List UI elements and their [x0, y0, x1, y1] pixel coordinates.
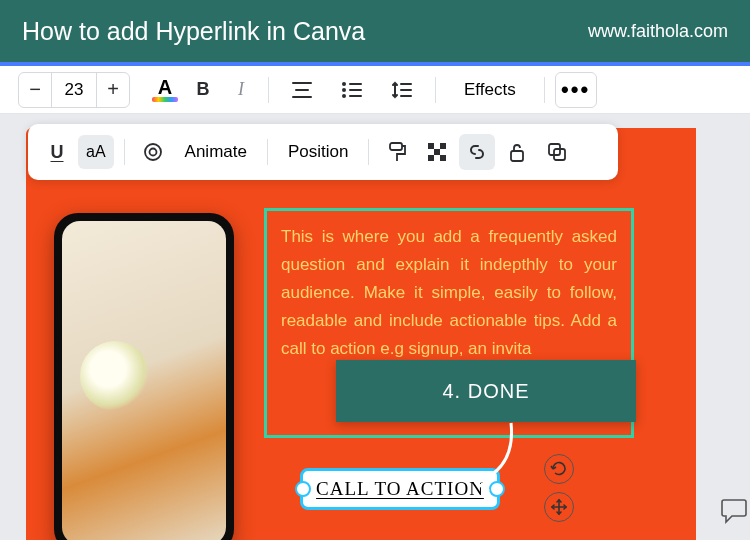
- svg-point-13: [149, 149, 156, 156]
- svg-rect-19: [440, 155, 446, 161]
- paint-roller-icon: [387, 141, 407, 163]
- comment-button[interactable]: [720, 496, 748, 524]
- alignment-button[interactable]: [279, 73, 325, 107]
- more-options-button[interactable]: •••: [555, 72, 597, 108]
- font-size-increase[interactable]: +: [97, 78, 129, 101]
- separator: [544, 77, 545, 103]
- separator: [368, 139, 369, 165]
- duplicate-icon: [547, 142, 567, 162]
- svg-rect-14: [390, 143, 402, 150]
- svg-rect-17: [434, 149, 440, 155]
- animate-icon-button[interactable]: [135, 134, 171, 170]
- callout-text: 4. DONE: [442, 380, 529, 403]
- move-icon: [550, 498, 568, 516]
- svg-point-4: [342, 88, 346, 92]
- callout-arrow-icon: [456, 418, 526, 498]
- font-color-button[interactable]: A: [148, 77, 182, 102]
- tutorial-step-callout: 4. DONE: [336, 360, 636, 422]
- color-spectrum-icon: [152, 97, 178, 102]
- editor-toolbar-secondary: U aA Animate Position: [28, 124, 618, 180]
- font-size-decrease[interactable]: −: [19, 78, 51, 101]
- phone-image: [62, 221, 226, 540]
- effects-button[interactable]: Effects: [446, 72, 534, 108]
- rotate-handle[interactable]: [544, 454, 574, 484]
- chat-bubble-icon: [722, 500, 746, 522]
- font-size-stepper[interactable]: − 23 +: [18, 72, 130, 108]
- svg-point-12: [145, 144, 161, 160]
- list-button[interactable]: [329, 73, 375, 107]
- canvas-area[interactable]: This is where you add a frequently asked…: [0, 118, 750, 540]
- lock-button[interactable]: [499, 134, 535, 170]
- svg-rect-15: [428, 143, 434, 149]
- format-painter-button[interactable]: [379, 134, 415, 170]
- font-color-icon: A: [158, 77, 172, 97]
- unlock-icon: [507, 141, 527, 163]
- separator: [435, 77, 436, 103]
- spacing-button[interactable]: [379, 73, 425, 107]
- transparency-button[interactable]: [419, 134, 455, 170]
- tutorial-header: How to add Hyperlink in Canva www.faitho…: [0, 0, 750, 62]
- bold-button[interactable]: B: [186, 73, 220, 107]
- line-spacing-icon: [391, 80, 413, 100]
- svg-point-3: [342, 82, 346, 86]
- font-size-value[interactable]: 23: [51, 73, 97, 107]
- ellipsis-icon: •••: [561, 77, 590, 103]
- link-button[interactable]: [459, 134, 495, 170]
- underline-button[interactable]: U: [40, 135, 74, 169]
- text-case-button[interactable]: aA: [78, 135, 114, 169]
- svg-rect-18: [428, 155, 434, 161]
- transparency-icon: [427, 142, 447, 162]
- align-center-icon: [291, 81, 313, 99]
- position-button[interactable]: Position: [278, 135, 358, 169]
- tutorial-title: How to add Hyperlink in Canva: [22, 17, 365, 46]
- separator: [268, 77, 269, 103]
- rotate-icon: [550, 460, 568, 478]
- move-handle[interactable]: [544, 492, 574, 522]
- editor-toolbar-primary: − 23 + A B I Effects •••: [0, 66, 750, 114]
- link-icon: [466, 141, 488, 163]
- svg-rect-16: [440, 143, 446, 149]
- separator: [124, 139, 125, 165]
- svg-point-5: [342, 94, 346, 98]
- svg-rect-20: [511, 151, 523, 161]
- tutorial-source-url: www.faithola.com: [588, 21, 728, 42]
- duplicate-button[interactable]: [539, 134, 575, 170]
- separator: [267, 139, 268, 165]
- bullet-list-icon: [341, 81, 363, 99]
- faq-paragraph[interactable]: This is where you add a frequently asked…: [281, 223, 617, 363]
- animate-button[interactable]: Animate: [175, 135, 257, 169]
- italic-button[interactable]: I: [224, 73, 258, 107]
- phone-mockup[interactable]: [54, 213, 234, 540]
- animate-icon: [142, 141, 164, 163]
